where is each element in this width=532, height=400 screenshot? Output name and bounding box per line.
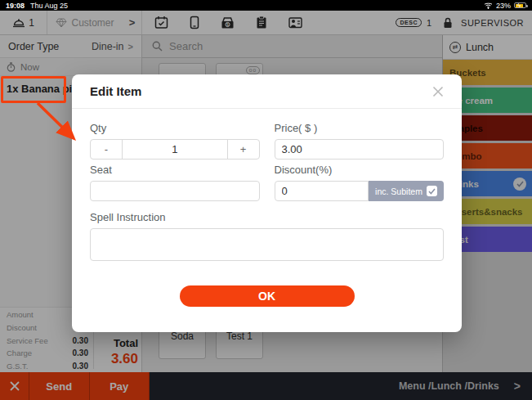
price-field[interactable]: [275, 139, 445, 160]
checkbox-checked-icon[interactable]: [427, 186, 437, 196]
qty-plus-button[interactable]: +: [228, 140, 259, 159]
clock-time: 19:08: [6, 2, 25, 10]
quantity-stepper: - 1 +: [90, 139, 260, 160]
close-icon: [432, 86, 444, 97]
qty-label: Qty: [90, 122, 260, 134]
qty-minus-button[interactable]: -: [91, 140, 122, 159]
edit-item-modal: Edit Item Qty - 1 + Price( $ ): [72, 74, 462, 332]
wifi-icon: [484, 2, 493, 9]
pos-app-screen: 19:08 Thu Aug 25 23% ϟ 1 Customer >: [0, 0, 532, 400]
seat-field[interactable]: [90, 181, 260, 201]
modal-title: Edit Item: [90, 84, 141, 98]
clock-date: Thu Aug 25: [30, 2, 68, 10]
price-label: Price( $ ): [275, 122, 445, 134]
battery-icon: ϟ: [514, 2, 526, 8]
close-modal-button[interactable]: [432, 86, 444, 97]
seat-label: Seat: [90, 164, 260, 176]
status-bar: 19:08 Thu Aug 25 23% ϟ: [0, 0, 532, 11]
annotation-arrow: [25, 97, 90, 154]
inc-subitem-toggle[interactable]: inc. Subitem: [369, 181, 444, 201]
spell-instruction-field[interactable]: [90, 228, 444, 261]
ok-button[interactable]: OK: [180, 285, 355, 307]
discount-field[interactable]: [275, 181, 369, 201]
spell-instruction-label: Spell Instruction: [90, 211, 444, 223]
qty-value: 1: [122, 140, 228, 159]
battery-percent: 23%: [496, 2, 511, 10]
discount-label: Discount(%): [275, 164, 445, 176]
